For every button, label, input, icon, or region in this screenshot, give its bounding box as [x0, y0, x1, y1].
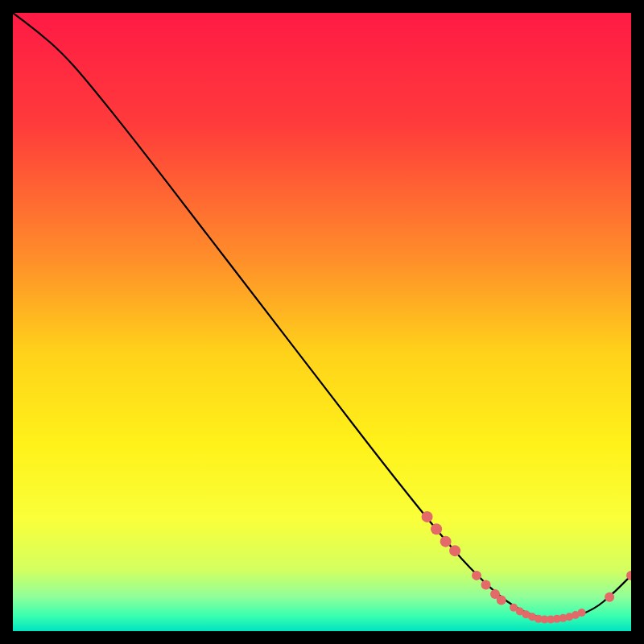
data-marker: [472, 571, 481, 580]
data-marker: [481, 580, 491, 589]
chart-frame: TheBottleneck.com: [13, 13, 631, 631]
data-marker: [449, 545, 460, 556]
data-marker: [605, 592, 614, 602]
data-marker: [497, 596, 506, 605]
chart-svg: [13, 13, 631, 631]
data-marker: [431, 523, 442, 535]
data-marker: [440, 536, 452, 547]
data-marker: [578, 609, 586, 617]
gradient-background: [13, 13, 631, 631]
data-marker: [422, 511, 433, 522]
